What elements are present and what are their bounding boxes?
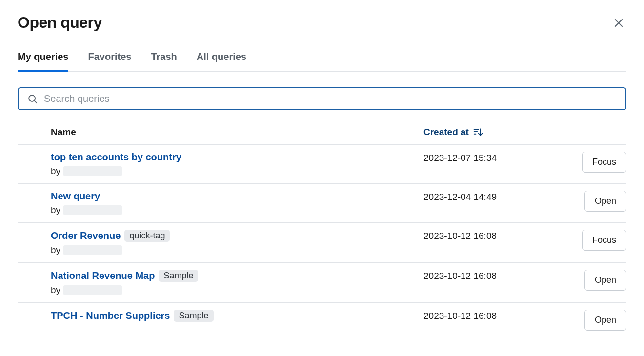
column-created[interactable]: Created at xyxy=(423,127,561,138)
query-tag: Sample xyxy=(159,270,198,282)
tab-all-queries[interactable]: All queries xyxy=(197,51,246,72)
search-icon xyxy=(27,94,38,104)
dialog-title: Open query xyxy=(18,14,102,32)
tab-my-queries[interactable]: My queries xyxy=(18,51,68,72)
table-row: New query by 2023-12-04 14:49 Open xyxy=(18,184,626,223)
table-row: top ten accounts by country by 2023-12-0… xyxy=(18,145,626,184)
table-row: National Revenue Map Sample by 2023-10-1… xyxy=(18,263,626,303)
author-placeholder xyxy=(63,285,122,295)
query-tag: Sample xyxy=(174,310,213,322)
column-name[interactable]: Name xyxy=(51,127,423,138)
name-line: National Revenue Map Sample xyxy=(51,270,423,282)
search-box[interactable] xyxy=(18,87,626,110)
focus-button[interactable]: Focus xyxy=(582,152,626,173)
by-line: by xyxy=(51,205,423,216)
column-created-label: Created at xyxy=(423,127,469,138)
row-name-block: National Revenue Map Sample by xyxy=(51,270,423,296)
row-created: 2023-10-12 16:08 xyxy=(423,270,561,281)
author-placeholder xyxy=(63,166,122,176)
svg-line-3 xyxy=(34,100,37,103)
focus-button[interactable]: Focus xyxy=(582,230,626,251)
row-action: Focus xyxy=(561,230,626,251)
row-name-block: New query by xyxy=(51,191,423,216)
by-line: by xyxy=(51,166,423,177)
name-line: TPCH - Number Suppliers Sample xyxy=(51,310,423,322)
name-line: Order Revenue quick-tag xyxy=(51,230,423,242)
author-placeholder xyxy=(63,205,122,215)
row-created: 2023-10-12 16:08 xyxy=(423,310,561,321)
search-input[interactable] xyxy=(44,93,617,104)
query-tag: quick-tag xyxy=(124,230,170,242)
open-button[interactable]: Open xyxy=(584,310,626,331)
name-line: top ten accounts by country xyxy=(51,152,423,163)
query-link[interactable]: New query xyxy=(51,191,100,202)
close-icon xyxy=(613,17,624,29)
row-name-block: TPCH - Number Suppliers Sample xyxy=(51,310,423,322)
row-action: Open xyxy=(561,310,626,331)
tab-favorites[interactable]: Favorites xyxy=(88,51,131,72)
author-placeholder xyxy=(63,245,122,255)
close-button[interactable] xyxy=(611,15,626,31)
sort-desc-icon xyxy=(473,127,483,138)
name-line: New query xyxy=(51,191,423,202)
dialog-header: Open query xyxy=(18,14,626,32)
table-row: TPCH - Number Suppliers Sample 2023-10-1… xyxy=(18,303,626,337)
row-action: Open xyxy=(561,191,626,212)
query-link[interactable]: National Revenue Map xyxy=(51,270,155,281)
open-query-dialog: Open query My queries Favorites Trash Al… xyxy=(0,0,644,337)
by-line: by xyxy=(51,245,423,256)
row-name-block: top ten accounts by country by xyxy=(51,152,423,177)
query-link[interactable]: TPCH - Number Suppliers xyxy=(51,310,170,321)
by-prefix: by xyxy=(51,166,60,177)
query-link[interactable]: top ten accounts by country xyxy=(51,152,181,163)
tabs: My queries Favorites Trash All queries xyxy=(18,51,626,72)
query-link[interactable]: Order Revenue xyxy=(51,230,121,241)
row-name-block: Order Revenue quick-tag by xyxy=(51,230,423,256)
row-created: 2023-12-07 15:34 xyxy=(423,152,561,163)
table-body: top ten accounts by country by 2023-12-0… xyxy=(18,144,626,337)
by-prefix: by xyxy=(51,205,60,216)
open-button[interactable]: Open xyxy=(584,270,626,291)
row-action: Focus xyxy=(561,152,626,173)
row-created: 2023-10-12 16:08 xyxy=(423,230,561,241)
by-prefix: by xyxy=(51,285,60,296)
column-action xyxy=(561,127,626,138)
row-action: Open xyxy=(561,270,626,291)
row-created: 2023-12-04 14:49 xyxy=(423,191,561,202)
by-prefix: by xyxy=(51,245,60,256)
table-row: Order Revenue quick-tag by 2023-10-12 16… xyxy=(18,223,626,263)
queries-table: Name Created at xyxy=(18,120,626,337)
tab-trash[interactable]: Trash xyxy=(151,51,177,72)
open-button[interactable]: Open xyxy=(584,191,626,212)
table-header: Name Created at xyxy=(18,120,626,144)
by-line: by xyxy=(51,285,423,296)
